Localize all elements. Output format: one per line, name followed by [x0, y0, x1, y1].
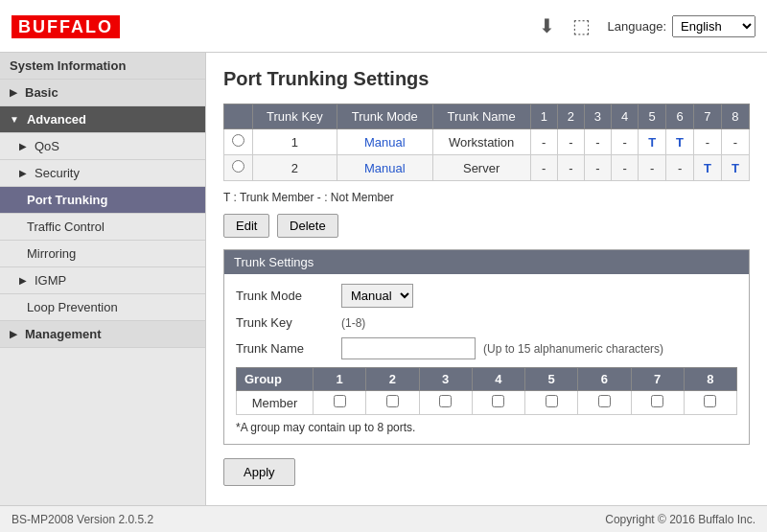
logout-icon[interactable]: ⬚: [572, 14, 591, 37]
trunk-name-row: Trunk Name (Up to 15 alphanumeric charac…: [236, 337, 737, 359]
sidebar-item-label: QoS: [35, 139, 59, 153]
row1-key: 1: [253, 129, 337, 155]
col-trunk-key: Trunk Key: [253, 104, 337, 129]
edit-delete-row: Edit Delete: [223, 214, 750, 238]
group-table: Group 1 2 3 4 5 6 7 8 Memb: [236, 367, 737, 415]
trunk-table: Trunk Key Trunk Mode Trunk Name 1 2 3 4 …: [223, 104, 750, 181]
download-icon[interactable]: ⬇: [539, 14, 555, 37]
row2-p5: -: [639, 155, 666, 181]
trunk-name-value: (Up to 15 alphanumeric characters): [341, 337, 663, 359]
row1-p4: -: [612, 129, 639, 155]
col-p8: 8: [721, 104, 749, 129]
row2-radio[interactable]: [232, 160, 244, 173]
member-checkbox-7[interactable]: [651, 395, 663, 407]
row2-p2: -: [557, 155, 584, 181]
footer: BS-MP2008 Version 2.0.5.2 Copyright © 20…: [0, 505, 767, 532]
language-select[interactable]: English Japanese: [672, 15, 755, 37]
member-cb-8: [684, 391, 736, 415]
sidebar-item-label: Advanced: [27, 112, 86, 127]
sidebar-item-traffic-control[interactable]: Traffic Control: [0, 214, 205, 241]
sidebar-item-loop-prevention[interactable]: Loop Prevention: [0, 294, 205, 321]
row2-p4: -: [612, 155, 639, 181]
table-row: 2 Manual Server - - - - - - T T: [224, 155, 750, 181]
trunk-mode-row: Trunk Mode Manual LACP: [236, 284, 737, 308]
logo: BUFFALO: [12, 13, 120, 38]
sidebar-item-mirroring[interactable]: Mirroring: [0, 241, 205, 267]
row2-p8: T: [721, 155, 749, 181]
page-title: Port Trunking Settings: [223, 68, 750, 90]
header-icons: ⬇ ⬚ Language: English Japanese: [539, 14, 755, 37]
sidebar-item-management[interactable]: ▶ Management: [0, 321, 205, 348]
col-p6: 6: [666, 104, 694, 129]
sidebar-item-qos[interactable]: ▶ QoS: [0, 133, 205, 160]
row1-name: Workstation: [432, 129, 530, 155]
row2-radio-cell: [224, 155, 253, 181]
trunk-mode-select[interactable]: Manual LACP: [341, 284, 413, 308]
language-label: Language:: [608, 19, 666, 34]
member-checkbox-6[interactable]: [598, 395, 611, 407]
col-radio: [224, 104, 253, 129]
delete-button[interactable]: Delete: [277, 214, 338, 238]
group-label-header: Group: [237, 368, 314, 391]
apply-button[interactable]: Apply: [223, 458, 295, 486]
col-p3: 3: [584, 104, 611, 129]
footer-version: BS-MP2008 Version 2.0.5.2: [12, 513, 153, 526]
sidebar-item-label: Basic: [25, 85, 58, 100]
row2-p6: -: [666, 155, 694, 181]
sidebar-item-label: Mirroring: [27, 246, 76, 261]
triangle-icon: ▶: [19, 141, 27, 151]
trunk-key-value: (1-8): [341, 316, 365, 330]
sidebar-item-security[interactable]: ▶ Security: [0, 160, 205, 187]
group-col-3: 3: [419, 368, 472, 391]
group-col-8: 8: [684, 368, 736, 391]
triangle-icon: ▶: [10, 87, 17, 98]
row2-mode-link[interactable]: Manual: [364, 161, 406, 175]
sidebar-item-label: System Information: [10, 58, 126, 73]
col-trunk-mode: Trunk Mode: [337, 104, 432, 129]
row1-radio[interactable]: [232, 134, 244, 147]
group-note: *A group may contain up to 8 ports.: [236, 421, 737, 434]
main-layout: System Information ▶ Basic ▼ Advanced ▶ …: [0, 53, 767, 505]
row2-mode: Manual: [337, 155, 432, 181]
member-cb-3: [419, 391, 472, 415]
row1-p7: -: [694, 129, 722, 155]
trunk-name-input[interactable]: [341, 337, 476, 359]
row1-mode: Manual: [337, 129, 432, 155]
group-col-5: 5: [525, 368, 578, 391]
sidebar-item-advanced[interactable]: ▼ Advanced: [0, 106, 205, 133]
triangle-icon: ▶: [19, 168, 27, 178]
member-checkbox-8[interactable]: [704, 395, 716, 407]
sidebar-item-label: Security: [35, 166, 80, 180]
logo-text: BUFFALO: [12, 15, 120, 38]
sidebar-item-basic[interactable]: ▶ Basic: [0, 80, 205, 106]
sidebar-item-igmp[interactable]: ▶ IGMP: [0, 267, 205, 294]
trunk-key-label: Trunk Key: [236, 315, 341, 330]
trunk-name-hint: (Up to 15 alphanumeric characters): [483, 342, 663, 356]
header: BUFFALO ⬇ ⬚ Language: English Japanese: [0, 0, 767, 53]
row1-mode-link[interactable]: Manual: [364, 135, 406, 150]
sidebar-item-system-information[interactable]: System Information: [0, 53, 205, 80]
edit-button[interactable]: Edit: [223, 214, 269, 238]
row1-p6: T: [666, 129, 694, 155]
member-checkbox-3[interactable]: [439, 395, 452, 407]
col-p1: 1: [530, 104, 557, 129]
sidebar-item-label: Traffic Control: [27, 220, 105, 234]
member-cb-2: [366, 391, 419, 415]
sidebar-item-label: Management: [25, 327, 101, 341]
trunk-legend: T : Trunk Member - : Not Member: [223, 191, 750, 204]
group-col-4: 4: [472, 368, 524, 391]
col-trunk-name: Trunk Name: [432, 104, 530, 129]
member-row: Member: [237, 391, 737, 415]
triangle-icon: ▼: [10, 114, 19, 125]
col-p7: 7: [694, 104, 722, 129]
sidebar-item-port-trunking[interactable]: Port Trunking: [0, 187, 205, 214]
triangle-icon: ▶: [10, 329, 17, 339]
row1-radio-cell: [224, 129, 253, 155]
col-p4: 4: [612, 104, 639, 129]
member-checkbox-4[interactable]: [492, 395, 504, 407]
member-checkbox-1[interactable]: [334, 395, 346, 407]
trunk-key-row: Trunk Key (1-8): [236, 315, 737, 330]
member-checkbox-5[interactable]: [546, 395, 558, 407]
group-col-1: 1: [314, 368, 366, 391]
member-checkbox-2[interactable]: [386, 395, 399, 407]
